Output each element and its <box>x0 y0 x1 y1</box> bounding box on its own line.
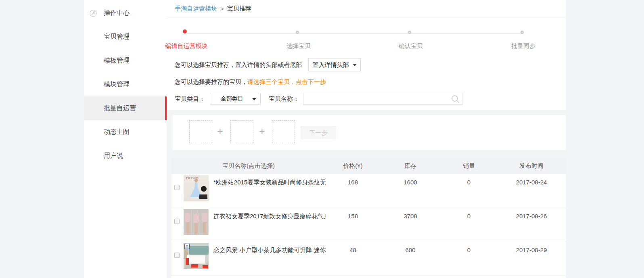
product-image-cell: 桌 <box>184 242 213 276</box>
sidebar-item-template-manage[interactable]: 模板管理 <box>84 49 167 73</box>
sidebar-item-item-manage[interactable]: 宝贝管理 <box>84 25 167 49</box>
position-dropdown[interactable]: 置入详情头部 <box>308 59 361 71</box>
instruction-line-2: 您可以选择要推荐的宝贝，请选择三个宝贝，点击下一步 <box>167 78 566 86</box>
sidebar-item-label: 操作中心 <box>104 9 130 17</box>
breadcrumb-current: 宝贝推荐 <box>227 5 251 13</box>
sidebar-item-module-manage[interactable]: 模块管理 <box>84 73 167 96</box>
product-image: TREND <box>184 175 209 201</box>
selection-slot-2 <box>230 120 253 143</box>
instruction-text-2: 您可以选择要推荐的宝贝， <box>175 78 247 85</box>
product-stock: 1600 <box>380 174 441 208</box>
search-input[interactable] <box>303 93 447 105</box>
instruction-text-1: 您可以选择宝贝推荐，置入详情的头部或者底部 <box>175 61 302 69</box>
category-dropdown-value: 全部类目 <box>221 95 243 102</box>
caret-down-icon <box>252 98 256 100</box>
spacer <box>167 110 566 115</box>
main-content: 手淘自运营模块 > 宝贝推荐 编辑自运营模块 选择宝贝 确认宝贝 批量同步 您可… <box>167 0 566 278</box>
step-dot <box>296 31 299 34</box>
plus-icon: + <box>259 125 265 137</box>
header-stock: 库存 <box>380 162 441 170</box>
header-date: 发布时间 <box>497 162 566 170</box>
table-header: 宝贝名称(点击选择) 价格(¥) 库存 销量 发布时间 <box>171 157 566 174</box>
product-date: 2017-08-26 <box>497 208 566 242</box>
product-price: 168 <box>326 174 380 208</box>
step-dot-active <box>183 29 187 33</box>
product-image-cell: TREND <box>184 174 213 208</box>
filter-bar: 宝贝类目： 全部类目 宝贝名称： <box>167 93 566 105</box>
table-row: 连衣裙女夏季2017新款女修身显瘦碎花气质喇 158 3708 0 2017-0… <box>171 208 566 242</box>
sidebar: 操作中心 宝贝管理 模板管理 模块管理 批量自运营 动态主图 用户说 <box>84 0 167 278</box>
breadcrumb-separator: > <box>220 5 224 12</box>
caret-down-icon <box>353 64 357 66</box>
sidebar-item-operation-center[interactable]: 操作中心 <box>84 1 167 25</box>
category-dropdown[interactable]: 全部类目 <box>210 93 261 105</box>
product-date: 2017-08-24 <box>497 174 566 208</box>
sidebar-item-label: 模板管理 <box>104 56 130 65</box>
sidebar-item-batch-self-operation[interactable]: 批量自运营 <box>84 96 167 120</box>
step-label-select-items: 选择宝贝 <box>286 42 311 50</box>
product-stock: 3708 <box>380 208 441 242</box>
product-date: 2017-08-29 <box>497 242 566 276</box>
selection-slot-3 <box>272 120 295 143</box>
sidebar-item-user-say[interactable]: 用户说 <box>84 144 167 168</box>
products-table: 宝贝名称(点击选择) 价格(¥) 库存 销量 发布时间 TREND <box>171 157 566 278</box>
product-name[interactable]: 连衣裙女夏季2017新款女修身显瘦碎花气质喇 <box>213 208 326 242</box>
product-price: 158 <box>326 208 380 242</box>
product-sales: 0 <box>441 208 497 242</box>
breadcrumb: 手淘自运营模块 > 宝贝推荐 <box>167 0 566 17</box>
product-stock: 600 <box>380 242 441 276</box>
product-sales: 0 <box>441 174 497 208</box>
search-box <box>303 93 462 105</box>
step-indicator: 编辑自运营模块 选择宝贝 确认宝贝 批量同步 <box>167 17 566 54</box>
table-row-partial <box>171 276 566 278</box>
product-image: 桌 <box>184 243 209 269</box>
sidebar-item-label: 宝贝管理 <box>104 33 130 41</box>
next-step-button[interactable]: 下一步 <box>301 126 336 139</box>
search-icon[interactable] <box>451 94 460 105</box>
row-checkbox[interactable] <box>174 253 180 258</box>
page: 操作中心 宝贝管理 模板管理 模块管理 批量自运营 动态主图 用户说 手淘自运营… <box>0 0 644 278</box>
product-sales: 0 <box>441 242 497 276</box>
product-name[interactable]: 恋之风景 小户型小茶几多功能可升降 迷你现代 <box>213 242 326 276</box>
instruction-line-1: 您可以选择宝贝推荐，置入详情的头部或者底部 置入详情头部 <box>167 59 566 71</box>
sidebar-item-label: 模块管理 <box>104 80 130 89</box>
row-checkbox[interactable] <box>174 219 180 224</box>
table-row: 桌 恋之风景 小户型小茶几多功能可升降 迷你现代 48 600 0 2017-0… <box>171 242 566 276</box>
header-sales: 销量 <box>441 162 497 170</box>
header-name: 宝贝名称(点击选择) <box>171 162 326 170</box>
breadcrumb-link[interactable]: 手淘自运营模块 <box>175 5 217 13</box>
header-price: 价格(¥) <box>326 162 380 170</box>
product-image-cell <box>184 208 213 242</box>
spacer <box>167 150 566 157</box>
row-checkbox[interactable] <box>174 185 180 190</box>
step-label-batch-sync: 批量同步 <box>511 42 535 50</box>
wrench-icon <box>90 10 97 17</box>
item-name-label: 宝贝名称： <box>269 95 299 103</box>
product-name[interactable]: *欧洲站2015夏季女装新品时尚修身条纹无袖背 <box>213 174 326 208</box>
step-dot <box>521 31 524 34</box>
image-logo-text: 桌 <box>184 244 190 249</box>
sidebar-item-label: 用户说 <box>104 152 123 160</box>
table-row: TREND *欧洲站2015夏季女装新品时尚修身条纹无袖背 168 1600 0… <box>171 174 566 208</box>
sidebar-item-label: 动态主图 <box>104 128 130 136</box>
sidebar-item-label: 批量自运营 <box>104 104 136 113</box>
product-image <box>184 209 209 235</box>
top-panel: 手淘自运营模块 > 宝贝推荐 编辑自运营模块 选择宝贝 确认宝贝 批量同步 您可… <box>167 0 566 110</box>
selection-panel: + + 下一步 <box>173 115 566 150</box>
sidebar-item-dynamic-main-image[interactable]: 动态主图 <box>84 120 167 144</box>
step-track <box>186 33 523 34</box>
selection-slot-1 <box>189 120 212 143</box>
position-dropdown-value: 置入详情头部 <box>313 61 349 69</box>
step-label-edit-module: 编辑自运营模块 <box>165 42 208 50</box>
category-label: 宝贝类目： <box>175 95 205 103</box>
instruction-highlight: 请选择三个宝贝，点击下一步 <box>247 78 326 85</box>
step-dot <box>408 31 411 34</box>
step-label-confirm-items: 确认宝贝 <box>399 42 423 50</box>
plus-icon: + <box>217 125 223 137</box>
product-price: 48 <box>326 242 380 276</box>
